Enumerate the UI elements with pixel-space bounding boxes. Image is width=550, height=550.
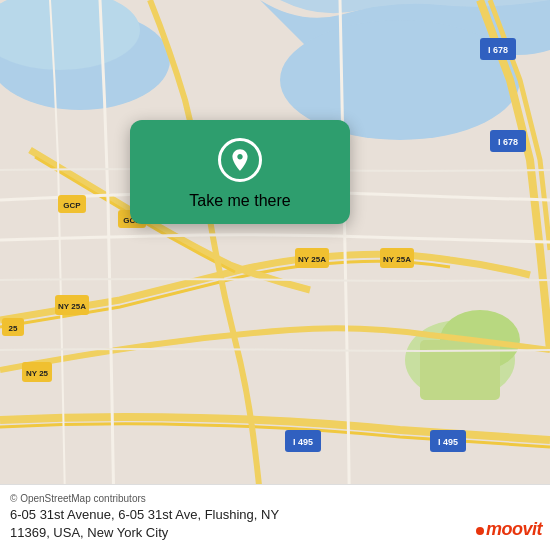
- svg-text:I 678: I 678: [498, 137, 518, 147]
- moovit-logo: moovit: [476, 519, 542, 540]
- moovit-dot-icon: [476, 527, 484, 535]
- svg-rect-6: [420, 340, 500, 400]
- svg-text:I 495: I 495: [293, 437, 313, 447]
- bottom-info-bar: © OpenStreetMap contributors 6-05 31st A…: [0, 484, 550, 550]
- map-container: I 678 I 678 NY 25A NY 25A NY 25A NY 25 G…: [0, 0, 550, 550]
- svg-text:I 678: I 678: [488, 45, 508, 55]
- location-pin-icon: [218, 138, 262, 182]
- svg-text:I 495: I 495: [438, 437, 458, 447]
- moovit-logo-text: moovit: [476, 519, 542, 540]
- svg-text:NY 25: NY 25: [26, 369, 49, 378]
- address-text: 6-05 31st Avenue, 6-05 31st Ave, Flushin…: [10, 506, 500, 542]
- svg-text:GCP: GCP: [63, 201, 81, 210]
- svg-text:NY 25A: NY 25A: [383, 255, 411, 264]
- svg-text:NY 25A: NY 25A: [298, 255, 326, 264]
- take-me-there-label: Take me there: [189, 192, 290, 210]
- take-me-there-popup[interactable]: Take me there: [130, 120, 350, 224]
- svg-text:NY 25A: NY 25A: [58, 302, 86, 311]
- map-background: I 678 I 678 NY 25A NY 25A NY 25A NY 25 G…: [0, 0, 550, 550]
- address-line1: 6-05 31st Avenue, 6-05 31st Ave, Flushin…: [10, 507, 279, 522]
- svg-text:25: 25: [9, 324, 18, 333]
- address-line2: 11369, USA, New York City: [10, 525, 168, 540]
- osm-attribution: © OpenStreetMap contributors: [10, 493, 500, 504]
